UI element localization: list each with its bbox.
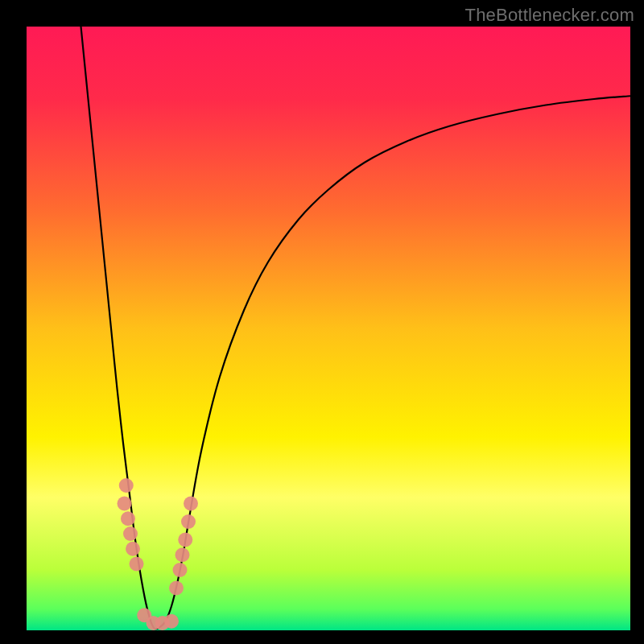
plot-area: [27, 27, 630, 630]
watermark-text: TheBottlenecker.com: [465, 5, 634, 26]
data-marker: [126, 542, 140, 556]
chart-frame: TheBottlenecker.com: [0, 0, 644, 644]
data-marker: [175, 547, 190, 562]
data-marker: [184, 497, 198, 511]
data-marker: [181, 514, 196, 529]
data-marker: [169, 581, 184, 596]
data-marker: [130, 557, 144, 572]
gradient-background: [27, 27, 630, 630]
data-marker: [173, 563, 188, 577]
data-marker: [121, 511, 135, 526]
data-marker: [119, 478, 134, 493]
data-marker: [178, 533, 192, 547]
data-marker: [164, 614, 179, 629]
bottleneck-curve-chart: [27, 27, 630, 630]
data-marker: [118, 497, 132, 511]
data-marker: [123, 526, 138, 541]
